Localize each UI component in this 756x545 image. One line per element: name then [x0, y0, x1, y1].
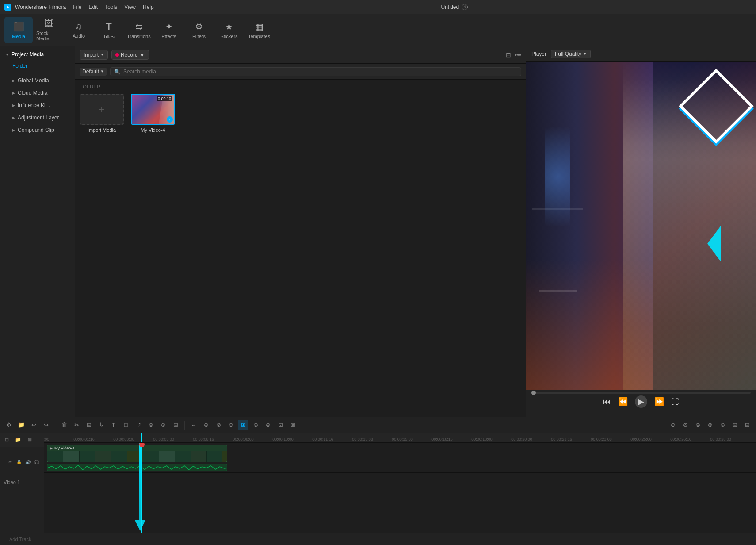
toolbar: ⬛ Media 🖼 Stock Media ♫ Audio T Titles ⇆… [0, 14, 756, 46]
video-media-item[interactable]: 0:00:10 ✓ My Video-4 [131, 94, 175, 133]
timeline-main: ⊞ 📁 ⊠ 👁 🔒 🔊 🎧 Video 1 00:00 00:00:01:16 [0, 433, 756, 533]
th-btn-2[interactable]: 📁 [13, 435, 23, 445]
info-icon[interactable]: ℹ [462, 4, 468, 10]
tl-r2[interactable]: ⊚ [680, 420, 691, 430]
app-icon: F [4, 4, 11, 11]
video-duration: 0:00:10 [157, 96, 172, 101]
skip-back-button[interactable]: ⏮ [603, 397, 611, 407]
play-button[interactable]: ▶ [635, 395, 647, 408]
tl-rotate[interactable]: ↺ [133, 420, 144, 430]
filter-icon[interactable]: ⊟ [506, 51, 511, 58]
video-clip[interactable]: ▶ My Video-4 [47, 445, 227, 462]
toolbar-btn-audio[interactable]: ♫ Audio [65, 17, 93, 43]
folder-item[interactable]: Folder [0, 60, 75, 72]
add-track-area[interactable]: + Add Track [0, 533, 756, 545]
tl-r3[interactable]: ⊛ [692, 420, 703, 430]
ruler-tick-6: 00:00:10:00 [283, 433, 304, 442]
more-icon[interactable]: ••• [515, 51, 521, 58]
progress-bar[interactable] [531, 392, 751, 394]
quality-select[interactable]: Full Quality ▼ [551, 50, 591, 58]
expand-arrow: ▼ [5, 53, 9, 57]
th-btn-3[interactable]: ⊠ [25, 435, 34, 445]
tl-add[interactable]: ⊕ [201, 420, 211, 430]
tl-group[interactable]: ⊝ [250, 420, 261, 430]
tl-indent[interactable]: ↳ [96, 420, 107, 430]
track-lock-btn[interactable]: 🔒 [15, 459, 23, 466]
tl-split[interactable]: ↔ [188, 420, 199, 430]
tl-redo[interactable]: ↪ [41, 420, 51, 430]
project-media-header[interactable]: ▼ Project Media [0, 49, 75, 60]
compound-clip-label: Compound Clip [18, 127, 54, 133]
media-icon: ⬛ [13, 21, 24, 32]
video-label: My Video-4 [141, 127, 165, 133]
menu-help[interactable]: Help [143, 4, 154, 10]
timeline-ruler[interactable]: 00:00 00:00:01:16 00:00:03:08 00:00:05:0… [44, 433, 756, 443]
tl-folder[interactable]: 📁 [16, 420, 27, 430]
effects-label: Effects [161, 34, 176, 39]
fullscreen-button[interactable]: ⛶ [671, 397, 679, 407]
search-input[interactable] [123, 69, 517, 75]
adjustment-layer-item[interactable]: ▶ Adjustment Layer [0, 111, 75, 124]
tl-crop[interactable]: ⊞ [84, 420, 94, 430]
tl-snap[interactable]: ⊛ [263, 420, 273, 430]
tl-r1[interactable]: ⊙ [668, 420, 678, 430]
center-filter-bar: Default ▼ 🔍 [75, 64, 526, 80]
toolbar-btn-stickers[interactable]: ★ Stickers [215, 17, 243, 43]
toolbar-btn-transitions[interactable]: ⇆ Transitions [125, 17, 153, 43]
global-media-item[interactable]: ▶ Global Media [0, 74, 75, 87]
tl-remove[interactable]: ⊗ [213, 420, 224, 430]
toolbar-btn-effects[interactable]: ✦ Effects [155, 17, 183, 43]
clip-header: ▶ My Video-4 [47, 445, 227, 451]
import-button[interactable]: Import ▼ [80, 50, 108, 60]
toolbar-btn-titles[interactable]: T Titles [95, 17, 123, 43]
waveform-svg [47, 464, 227, 471]
import-media-item[interactable]: + Import Media [80, 94, 124, 133]
tl-marker[interactable]: ⊠ [287, 420, 298, 430]
menu-tools[interactable]: Tools [105, 4, 117, 10]
track-eye-btn[interactable]: 👁 [7, 459, 14, 466]
step-back-button[interactable]: ⏪ [618, 397, 628, 407]
cloud-media-item[interactable]: ▶ Cloud Media [0, 87, 75, 99]
tl-r5[interactable]: ⊝ [717, 420, 728, 430]
menu-view[interactable]: View [124, 4, 136, 10]
tl-freeze[interactable]: ⊟ [170, 420, 181, 430]
track-audio-btn[interactable]: 🔊 [24, 459, 31, 466]
filters-label: Filters [192, 34, 206, 39]
compound-clip-item[interactable]: ▶ Compound Clip [0, 124, 75, 136]
top-bar-icons: ⊟ ••• [506, 51, 521, 58]
tl-speed[interactable]: ⊛ [145, 420, 156, 430]
track-ruler-area: 00:00 00:00:01:16 00:00:03:08 00:00:05:0… [44, 433, 756, 533]
tl-settings[interactable]: ⚙ [4, 420, 14, 430]
th-btn-1[interactable]: ⊞ [2, 435, 11, 445]
tl-r4[interactable]: ⊜ [705, 420, 715, 430]
tl-cut[interactable]: ✂ [71, 420, 82, 430]
toolbar-btn-media[interactable]: ⬛ Media [4, 17, 33, 43]
record-chevron: ▼ [140, 52, 145, 58]
step-forward-button[interactable]: ⏩ [654, 397, 664, 407]
track-labels: ⊞ 📁 ⊠ 👁 🔒 🔊 🎧 Video 1 [0, 433, 44, 533]
influence-kit-label: Influence Kit . [18, 102, 50, 108]
tl-magnet[interactable]: ⊡ [275, 420, 286, 430]
track-headphone-btn[interactable]: 🎧 [33, 459, 40, 466]
tl-r6[interactable]: ⊞ [729, 420, 740, 430]
search-bar[interactable]: 🔍 [110, 67, 521, 76]
ruler-tick-9: 00:00:15:00 [402, 433, 424, 442]
influence-kit-item[interactable]: ▶ Influence Kit . [0, 99, 75, 111]
record-button[interactable]: Record ▼ [111, 50, 149, 60]
stickers-icon: ★ [225, 21, 233, 32]
toolbar-btn-templates[interactable]: ▦ Templates [245, 17, 273, 43]
tl-ai-cut[interactable]: ⊘ [158, 420, 168, 430]
tl-r7[interactable]: ⊟ [742, 420, 752, 430]
app-name: Wondershare Filmora [15, 4, 66, 10]
menu-edit[interactable]: Edit [89, 4, 98, 10]
toolbar-btn-stock-media[interactable]: 🖼 Stock Media [34, 17, 63, 43]
tl-link[interactable]: ⊙ [225, 420, 236, 430]
tl-text[interactable]: T [108, 420, 119, 430]
default-filter-button[interactable]: Default ▼ [80, 68, 107, 76]
menu-file[interactable]: File [73, 4, 81, 10]
tl-multicam[interactable]: ⊞ [238, 420, 248, 430]
tl-box[interactable]: □ [121, 420, 131, 430]
toolbar-btn-filters[interactable]: ⚙ Filters [185, 17, 213, 43]
tl-delete[interactable]: 🗑 [59, 420, 69, 430]
tl-undo[interactable]: ↩ [28, 420, 39, 430]
